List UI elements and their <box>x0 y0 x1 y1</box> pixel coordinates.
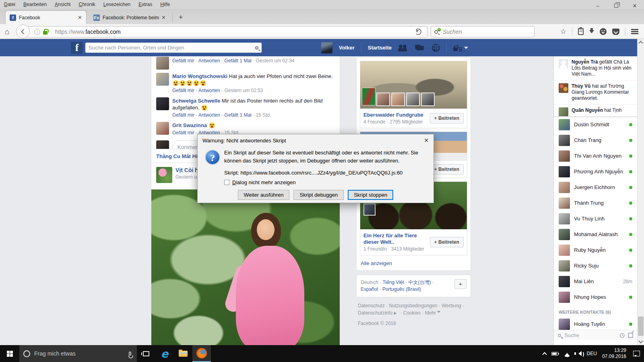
contact-row[interactable]: Ricky Suju <box>554 258 637 274</box>
stop-script-button[interactable]: Skript stoppen <box>348 190 393 200</box>
commenter-name[interactable]: Mario Wongtschowski <box>172 73 227 79</box>
contact-row[interactable]: Mohamad Alatrash <box>554 226 637 242</box>
avatar[interactable] <box>156 73 169 86</box>
account-menu-chevron-icon[interactable] <box>464 47 468 51</box>
dialog-close-icon[interactable]: ✕ <box>424 137 429 144</box>
ticker-item[interactable]: Thùy Vũ hat auf Trường Giang Lươngs Komm… <box>554 80 637 105</box>
privacy-shortcuts-icon[interactable] <box>453 47 458 51</box>
contact-row[interactable]: Ruby Nguyễn <box>554 242 637 258</box>
home-link[interactable]: Startseite <box>368 45 392 51</box>
notifications-globe-icon[interactable] <box>432 44 440 52</box>
action-center-icon[interactable] <box>633 351 640 356</box>
tab-close-icon[interactable]: ✕ <box>161 14 166 21</box>
menu-hilfe[interactable]: Hilfe <box>160 2 170 7</box>
contact-row[interactable]: Dustin Schmidt <box>554 117 637 132</box>
join-group-button[interactable]: + Beitreten <box>430 164 464 175</box>
reload-icon[interactable] <box>415 29 421 35</box>
commenter-name[interactable]: Grit Swazinna <box>172 122 207 128</box>
cortana-search-box[interactable]: Frag mich etwas <box>19 345 137 362</box>
join-group-button[interactable]: + Beitreten <box>430 237 464 247</box>
profile-name-link[interactable]: Volker <box>339 45 355 51</box>
ticker-name[interactable]: Thùy Vũ <box>572 83 590 89</box>
avatar[interactable] <box>156 57 169 70</box>
contact-row[interactable]: Phương Anh Nguyễn <box>554 164 637 179</box>
menu-extras[interactable]: Extras <box>138 2 152 7</box>
contact-row[interactable]: Thành Trung <box>554 195 637 211</box>
battery-icon[interactable] <box>551 352 558 356</box>
join-group-button[interactable]: + Beitreten <box>430 113 464 123</box>
avatar[interactable] <box>156 97 169 110</box>
keyboard-language[interactable]: DEU <box>587 351 597 356</box>
chat-search-bar[interactable]: Suche <box>554 330 637 340</box>
bookmarks-menu-icon[interactable] <box>578 28 584 35</box>
task-view-button[interactable] <box>137 345 155 362</box>
back-button[interactable] <box>16 25 30 38</box>
microphone-icon[interactable] <box>129 352 131 356</box>
restore-button[interactable] <box>607 0 625 11</box>
group-name-link[interactable]: Ein Herz für alle Tiere dieser Welt.. <box>363 232 427 245</box>
menu-ansicht[interactable]: Ansicht <box>55 2 70 7</box>
browser-search-box[interactable]: + Suchen <box>431 26 535 37</box>
page-info-icon[interactable]: i <box>34 29 40 35</box>
close-button[interactable]: ✕ <box>625 0 644 11</box>
tab-facebook-probleme[interactable]: Fx Facebook: Probleme beim... ✕ <box>89 11 170 24</box>
ticker-item[interactable]: Nguyễn Trà gefällt Chả Lá Lốts Beitrag i… <box>554 56 637 80</box>
contact-row[interactable]: Juergen Eichhorn <box>554 179 637 195</box>
group-cover-photo[interactable] <box>360 61 467 109</box>
hello-chat-icon[interactable] <box>600 28 607 35</box>
wifi-icon[interactable] <box>564 350 571 357</box>
ticker-name[interactable]: Nguyễn Trà <box>572 59 598 65</box>
clock[interactable]: 13:29 07.09.2016 <box>602 348 626 360</box>
downloads-icon[interactable] <box>589 30 594 36</box>
dont-show-again-checkbox[interactable] <box>224 180 229 185</box>
menu-chronik[interactable]: Chronik <box>78 2 95 7</box>
post-author-link[interactable]: Thằng Cu Mắt Hít <box>156 153 199 159</box>
tab-close-icon[interactable]: ✕ <box>78 14 82 21</box>
tab-facebook[interactable]: f Facebook ✕ <box>6 11 86 24</box>
file-explorer-taskbar-button[interactable] <box>174 345 192 362</box>
profile-avatar[interactable] <box>321 42 332 53</box>
contact-row[interactable]: Mai Liên 28m <box>554 274 637 289</box>
contact-row[interactable]: Nhung Hopes <box>554 289 637 305</box>
edge-taskbar-button[interactable]: e <box>155 345 174 362</box>
menu-datei[interactable]: Datei <box>4 2 15 7</box>
menu-hamburger-icon[interactable] <box>631 29 638 34</box>
avatar[interactable] <box>156 167 172 183</box>
friend-requests-icon[interactable] <box>398 44 409 52</box>
scrollbar-thumb[interactable] <box>638 317 644 336</box>
menu-lesezeichen[interactable]: Lesezeichen <box>103 2 130 7</box>
bookmark-star-icon[interactable]: ☆ <box>560 27 566 36</box>
post-photo[interactable] <box>151 189 340 345</box>
tray-expand-icon[interactable] <box>542 352 547 356</box>
debug-script-button[interactable]: Skript debuggen <box>293 190 344 200</box>
footer-links[interactable]: · Cookies · Mehr <box>399 310 436 316</box>
group-name-link[interactable]: Eberswalder Fundgrube <box>363 112 427 118</box>
facebook-search-input[interactable]: Suche nach Personen, Orten und Dingen <box>85 43 262 53</box>
compose-icon[interactable] <box>628 333 633 338</box>
new-tab-button[interactable]: + <box>175 13 186 23</box>
add-language-button[interactable]: + <box>454 279 466 289</box>
url-bar[interactable]: i https://www. facebook.com <box>23 26 427 37</box>
comment-actions[interactable]: Gefällt mir · Antworten <box>172 88 220 93</box>
contact-row[interactable]: Chan Trang <box>554 132 637 148</box>
scroll-up-icon[interactable] <box>638 41 643 45</box>
menu-bearbeiten[interactable]: Bearbeiten <box>23 2 47 7</box>
repost-author-link[interactable]: Vịt Còi <box>175 167 193 173</box>
https-lock-icon[interactable] <box>43 31 47 35</box>
volume-icon[interactable] <box>576 351 582 356</box>
contact-row[interactable]: Thi Van Anh Nguyen <box>554 148 637 164</box>
page-scrollbar[interactable] <box>637 39 644 345</box>
messages-icon[interactable] <box>415 44 425 52</box>
home-icon[interactable]: ⌂ <box>5 27 9 36</box>
facebook-logo[interactable]: f <box>71 42 83 54</box>
start-button[interactable] <box>0 345 19 362</box>
see-all-link[interactable]: Alle anzeigen <box>360 259 467 267</box>
search-icon[interactable] <box>255 46 258 49</box>
ticker-name[interactable]: Quân Nguyễn <box>572 107 603 113</box>
firefox-taskbar-button[interactable] <box>192 345 211 362</box>
ticker-item[interactable]: Quân Nguyễn hat Tịnh <box>554 105 637 117</box>
avatar[interactable] <box>156 122 169 135</box>
commenter-name[interactable]: Schwelga Schwelle <box>172 98 220 104</box>
contact-row[interactable]: Vu Thuy Linh <box>554 211 637 226</box>
scroll-down-icon[interactable] <box>638 339 643 343</box>
